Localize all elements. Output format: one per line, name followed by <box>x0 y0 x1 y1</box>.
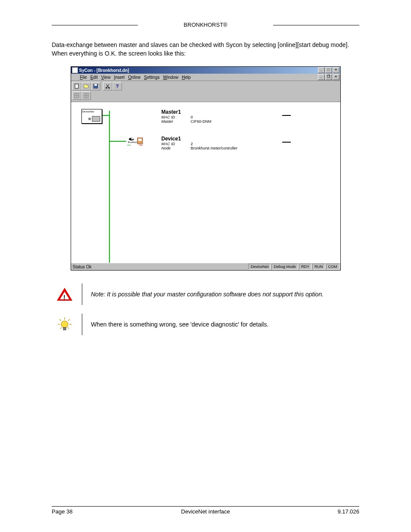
open-button[interactable] <box>81 82 91 90</box>
statusbar: Status Ok DeviceNet Debug Mode RDY RUN C… <box>71 263 340 270</box>
device-macid-value: 2 <box>191 142 193 146</box>
bus-branch <box>109 141 126 142</box>
menu-edit[interactable]: Edit <box>90 75 98 80</box>
svg-text:?: ? <box>116 84 119 89</box>
brand-label: BRONKHORST® <box>184 22 227 28</box>
svg-rect-18 <box>138 139 142 141</box>
menu-online[interactable]: Online <box>128 75 140 80</box>
grid2-icon <box>84 93 89 98</box>
doc-minimize-button[interactable]: _ <box>318 74 325 80</box>
titlebar: SyCon - [Bronkhorst.dn] _ □ × <box>71 67 340 74</box>
svg-rect-2 <box>94 84 97 86</box>
device-name: Device1 <box>162 136 238 142</box>
menu-file[interactable]: File <box>80 75 87 80</box>
tip-note-text: When there is something wrong, see 'devi… <box>91 321 359 328</box>
lightbulb-icon <box>57 317 72 332</box>
menu-insert[interactable]: Insert <box>114 75 125 80</box>
svg-line-20 <box>59 319 61 321</box>
device-node-label: Node <box>162 146 191 150</box>
workspace[interactable]: DeviceNet Master1 MAC ID 0 Master CIF60-… <box>71 102 340 263</box>
floppy-icon <box>93 84 98 89</box>
sycon-window: SyCon - [Bronkhorst.dn] _ □ × File Edit … <box>71 66 341 271</box>
intro-paragraph: Data-exchange between master and slaves … <box>52 41 359 58</box>
page-footer: Page 38 DeviceNet interface 9.17.026 <box>52 506 359 515</box>
page-header: BRONKHORST® <box>52 22 359 28</box>
master-type-label: Master <box>162 119 191 124</box>
status-run: RUN <box>312 264 325 270</box>
window-title: SyCon - [Bronkhorst.dn] <box>79 68 129 73</box>
svg-line-24 <box>60 327 62 329</box>
new-button[interactable] <box>72 82 81 90</box>
menu-help[interactable]: Help <box>182 75 191 80</box>
svg-line-21 <box>68 319 70 321</box>
master-type-value: CIF60-DNM <box>191 119 212 124</box>
cut-icon <box>105 84 110 89</box>
help-icon: ? <box>115 84 120 89</box>
minimize-button[interactable]: _ <box>318 67 325 73</box>
master-macid-value: 0 <box>191 115 193 119</box>
device-connector <box>282 142 291 143</box>
svg-text:Bronkhorst: Bronkhorst <box>128 141 139 143</box>
device-node-value: Bronkhorst meter/controller <box>191 146 238 150</box>
maximize-button[interactable]: □ <box>325 67 332 73</box>
bronkhorst-device-icon: Bronkhorst <box>126 137 143 146</box>
help-button[interactable]: ? <box>112 82 122 90</box>
save-button[interactable] <box>91 82 100 90</box>
new-file-icon <box>74 84 79 89</box>
device-node-icon[interactable]: Bronkhorst <box>126 137 143 146</box>
menubar: File Edit View Insert Online Settings Wi… <box>71 74 340 81</box>
master-node-box[interactable]: DeviceNet <box>81 109 102 124</box>
warning-icon: ! <box>57 288 72 301</box>
svg-point-15 <box>131 138 134 140</box>
menu-settings[interactable]: Settings <box>144 75 159 80</box>
warning-note: ! Note: It is possible that your master … <box>52 283 359 305</box>
warning-note-text: Note: It is possible that your master co… <box>91 291 359 298</box>
status-protocol: DeviceNet <box>249 264 271 270</box>
master-info: Master1 MAC ID 0 Master CIF60-DNM <box>162 109 212 124</box>
status-com: COM <box>326 264 339 270</box>
doc-close-button[interactable]: × <box>333 74 339 80</box>
footer-title: DeviceNet interface <box>154 508 257 515</box>
status-rdy: RDY <box>299 264 311 270</box>
open-folder-icon <box>84 84 89 89</box>
menu-window[interactable]: Window <box>163 75 178 80</box>
svg-rect-27 <box>63 327 66 330</box>
device-info: Device1 MAC ID 2 Node Bronkhorst meter/c… <box>162 136 238 150</box>
cut-button[interactable] <box>103 82 112 90</box>
status-mode: Debug Mode <box>271 264 298 270</box>
svg-rect-0 <box>75 84 78 88</box>
master-macid-label: MAC ID <box>162 115 191 119</box>
tool-b-button[interactable] <box>81 91 91 100</box>
menu-view[interactable]: View <box>101 75 111 80</box>
device-macid-label: MAC ID <box>162 142 191 146</box>
grid-icon <box>74 93 79 98</box>
svg-point-26 <box>61 321 68 328</box>
master-connector <box>282 115 291 116</box>
status-text: Status Ok <box>72 264 248 269</box>
svg-line-25 <box>68 327 69 329</box>
svg-rect-12 <box>92 116 100 121</box>
master-box-label: DeviceNet <box>82 110 94 113</box>
tip-note: When there is something wrong, see 'devi… <box>52 314 359 335</box>
master-name: Master1 <box>162 109 212 115</box>
devicenet-icon <box>84 115 102 123</box>
close-button[interactable]: × <box>333 67 339 73</box>
bus-trunk <box>109 111 110 263</box>
footer-page: Page 38 <box>52 508 154 515</box>
doc-restore-button[interactable]: ❐ <box>325 74 332 80</box>
doc-icon <box>72 75 77 80</box>
svg-point-13 <box>88 118 91 120</box>
app-icon <box>72 67 78 73</box>
footer-docnum: 9.17.026 <box>257 508 359 515</box>
tool-a-button[interactable] <box>72 91 81 100</box>
toolbar-area: ? <box>71 81 340 102</box>
